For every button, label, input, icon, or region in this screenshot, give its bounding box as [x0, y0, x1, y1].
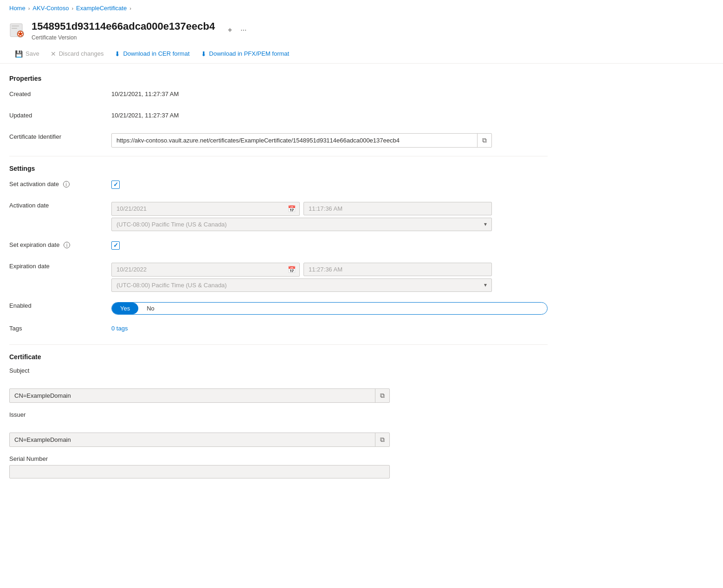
activation-date-label: Activation date — [9, 200, 111, 209]
more-options-icon[interactable]: ··· — [239, 24, 248, 36]
issuer-input[interactable] — [10, 433, 375, 446]
created-value: 10/21/2021, 11:27:37 AM — [111, 89, 548, 97]
expiration-check-mark: ✓ — [113, 242, 118, 249]
activation-calendar-icon[interactable]: 📅 — [284, 202, 299, 215]
set-activation-label: Set activation date i — [9, 179, 111, 188]
enabled-toggle-wrapper: Yes No — [111, 300, 548, 315]
issuer-field[interactable]: ⧉ — [9, 433, 390, 447]
certificate-icon — [9, 22, 26, 39]
set-expiration-label: Set expiration date i — [9, 239, 111, 249]
subject-copy-button[interactable]: ⧉ — [375, 389, 389, 402]
page-header: 1548951d93114e66adca000e137eecb4 Certifi… — [0, 16, 723, 43]
activation-date-row: Activation date 📅 (UTC-08:00) Pacific Ti… — [9, 200, 548, 231]
breadcrumb-akv[interactable]: AKV-Contoso — [32, 5, 69, 12]
activation-checkbox[interactable]: ✓ — [111, 181, 120, 189]
discard-icon: ✕ — [51, 50, 56, 58]
breadcrumb-cert[interactable]: ExampleCertificate — [76, 5, 127, 12]
breadcrumb-sep-1: › — [28, 6, 30, 11]
download-cer-icon: ⬇ — [115, 50, 120, 58]
enabled-toggle[interactable]: Yes No — [111, 302, 548, 315]
discard-button[interactable]: ✕ Discard changes — [45, 47, 110, 60]
toggle-yes[interactable]: Yes — [112, 303, 138, 314]
updated-row: Updated 10/21/2021, 11:27:37 AM — [9, 110, 548, 123]
expiration-date-row: Expiration date 📅 (UTC-08:00) Pacific Ti… — [9, 261, 548, 292]
breadcrumb-home[interactable]: Home — [9, 5, 26, 12]
divider-2 — [9, 344, 548, 345]
serial-field-wrapper — [9, 465, 390, 478]
download-pfx-icon: ⬇ — [201, 50, 207, 58]
expiration-timezone-row: (UTC-08:00) Pacific Time (US & Canada) ▾ — [111, 278, 492, 292]
subject-label: Subject — [9, 367, 29, 374]
activation-info-icon[interactable]: i — [63, 181, 70, 187]
subject-input[interactable] — [10, 389, 375, 402]
activation-date-field[interactable]: 📅 — [111, 202, 300, 216]
cert-id-copy-button[interactable]: ⧉ — [477, 134, 491, 147]
svg-rect-2 — [12, 28, 17, 29]
svg-rect-1 — [12, 26, 19, 26]
main-content: Properties Created 10/21/2021, 11:27:37 … — [0, 64, 557, 496]
title-area: 1548951d93114e66adca000e137eecb4 Certifi… — [32, 20, 215, 41]
download-pfx-button[interactable]: ⬇ Download in PFX/PEM format — [195, 47, 295, 60]
activation-timezone-chevron: ▾ — [484, 221, 487, 227]
cert-id-field[interactable]: ⧉ — [111, 133, 492, 148]
toggle-no[interactable]: No — [138, 303, 163, 314]
activation-timezone-select[interactable]: (UTC-08:00) Pacific Time (US & Canada) ▾ — [111, 218, 492, 231]
activation-checkbox-wrapper: ✓ — [111, 179, 548, 189]
download-cer-button[interactable]: ⬇ Download in CER format — [109, 47, 195, 60]
activation-timezone-row: (UTC-08:00) Pacific Time (US & Canada) ▾ — [111, 218, 492, 231]
serial-field[interactable] — [9, 465, 390, 478]
updated-label: Updated — [9, 110, 111, 119]
activation-date-value-wrapper: 📅 (UTC-08:00) Pacific Time (US & Canada)… — [111, 200, 548, 231]
expiration-calendar-icon[interactable]: 📅 — [284, 263, 299, 276]
save-icon: 💾 — [15, 50, 23, 58]
expiration-time-input[interactable] — [304, 263, 491, 276]
expiration-checkbox-wrapper: ✓ — [111, 239, 548, 250]
certificate-section-title: Certificate — [9, 353, 548, 361]
expiration-info-icon[interactable]: i — [64, 242, 70, 248]
breadcrumb-sep-2: › — [71, 6, 73, 11]
activation-time-input[interactable] — [304, 202, 491, 215]
created-label: Created — [9, 89, 111, 97]
expiration-timezone-value: (UTC-08:00) Pacific Time (US & Canada) — [116, 282, 227, 289]
expiration-date-time: 📅 — [111, 263, 492, 277]
subject-field[interactable]: ⧉ — [9, 388, 390, 403]
expiration-date-input[interactable] — [112, 263, 284, 276]
expiration-timezone-chevron: ▾ — [484, 282, 487, 288]
enabled-label: Enabled — [9, 300, 111, 309]
expiration-time-field[interactable] — [303, 263, 492, 276]
subject-section-label-row: Subject — [9, 367, 548, 380]
check-mark: ✓ — [113, 181, 118, 188]
activation-time-field[interactable] — [303, 202, 492, 215]
serial-label: Serial Number — [9, 455, 548, 462]
header-actions: ⌖ ··· — [226, 24, 248, 36]
tags-label: Tags — [9, 323, 111, 332]
serial-input[interactable] — [10, 465, 389, 478]
enabled-row: Enabled Yes No — [9, 300, 548, 315]
properties-section-title: Properties — [9, 75, 548, 82]
cert-id-input[interactable] — [112, 134, 477, 147]
pin-icon[interactable]: ⌖ — [226, 24, 234, 36]
set-activation-row: Set activation date i ✓ — [9, 179, 548, 192]
cert-id-field-wrapper: ⧉ — [111, 131, 548, 148]
expiration-checkbox[interactable]: ✓ — [111, 241, 120, 250]
created-row: Created 10/21/2021, 11:27:37 AM — [9, 89, 548, 102]
cert-id-label: Certificate Identifier — [9, 131, 111, 140]
subject-field-wrapper: ⧉ — [9, 388, 390, 403]
tags-row: Tags 0 tags — [9, 323, 548, 336]
expiration-date-field[interactable]: 📅 — [111, 263, 300, 277]
expiration-timezone-select[interactable]: (UTC-08:00) Pacific Time (US & Canada) ▾ — [111, 278, 492, 292]
set-expiration-row: Set expiration date i ✓ — [9, 239, 548, 252]
activation-date-input[interactable] — [112, 202, 284, 215]
updated-value: 10/21/2021, 11:27:37 AM — [111, 110, 548, 119]
tags-value-wrapper: 0 tags — [111, 323, 548, 332]
tags-link[interactable]: 0 tags — [111, 325, 128, 332]
issuer-field-wrapper: ⧉ — [9, 433, 390, 447]
save-button[interactable]: 💾 Save — [9, 47, 45, 60]
divider-1 — [9, 156, 548, 156]
issuer-section-label-row: Issuer — [9, 411, 548, 424]
settings-section-title: Settings — [9, 165, 548, 172]
issuer-label: Issuer — [9, 411, 26, 418]
breadcrumb-sep-3: › — [129, 6, 131, 11]
issuer-copy-button[interactable]: ⧉ — [375, 433, 389, 446]
page-subtitle: Certificate Version — [32, 34, 215, 41]
